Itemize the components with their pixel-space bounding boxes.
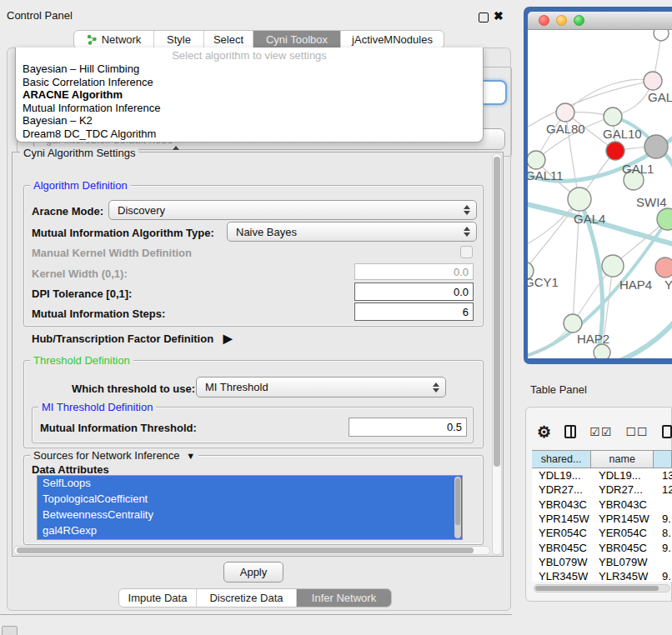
mi-threshold-field[interactable]: 0.5 — [349, 418, 467, 437]
algorithm-option[interactable]: Dream8 DC_TDC Algorithm — [16, 128, 483, 141]
table-row[interactable]: YBR043CYBR043C — [532, 498, 672, 512]
attribute-list-scroll-thumb[interactable] — [455, 478, 460, 525]
column-header-partial[interactable] — [654, 451, 672, 468]
algorithm-option[interactable]: Bayesian – K2 — [16, 114, 483, 128]
network-node[interactable] — [568, 188, 591, 211]
network-node[interactable] — [594, 344, 610, 358]
mi-type-label: Mutual Information Algorithm Type: — [32, 227, 214, 239]
mi-type-value: Naive Bayes — [236, 226, 297, 238]
cell: YER054C — [592, 527, 655, 539]
popup-hint: Select algorithm to view settings — [16, 48, 483, 62]
cell: 9. — [655, 542, 672, 554]
document-icon[interactable] — [662, 425, 672, 438]
tab-label: Style — [167, 33, 191, 46]
tab-impute-data[interactable]: Impute Data — [119, 589, 197, 607]
close-icon[interactable]: ✖ — [494, 9, 504, 22]
cell: YBR045C — [592, 542, 655, 554]
combo-arrows-icon — [464, 205, 470, 215]
aracne-mode-combo[interactable]: Discovery — [108, 200, 477, 220]
network-node-selected[interactable] — [606, 142, 624, 160]
node-label: GAL11 — [528, 168, 564, 182]
table-row[interactable]: YDR27...YDR27...12 — [532, 482, 672, 497]
network-node[interactable] — [655, 258, 672, 278]
table-row[interactable]: YDL19...YDL19...13 — [532, 468, 672, 482]
network-node[interactable] — [654, 30, 669, 41]
sources-group-title[interactable]: Sources for Network Inference ▼ — [30, 449, 198, 462]
tab-discretize-data[interactable]: Discretize Data — [197, 589, 297, 607]
dpi-tolerance-field[interactable]: 0.0 — [354, 282, 474, 301]
algorithm-option[interactable]: Bayesian – Hill Climbing — [16, 62, 483, 76]
tab-jactivemnodules[interactable]: jActiveMNodules — [341, 31, 444, 48]
manual-kernel-checkbox[interactable] — [460, 246, 473, 258]
dpi-tolerance-value: 0.0 — [454, 286, 469, 298]
tab-infer-network[interactable]: Infer Network — [297, 589, 391, 607]
settings-hscroll-thumb[interactable] — [17, 548, 474, 553]
tab-cyni-toolbox[interactable]: Cyni Toolbox — [253, 31, 341, 48]
network-node[interactable] — [556, 103, 574, 122]
data-attributes-list[interactable]: SelfLoops TopologicalCoefficient Between… — [37, 475, 463, 540]
mi-steps-value: 6 — [463, 306, 469, 318]
network-node[interactable] — [644, 135, 668, 158]
zoom-traffic-light-icon[interactable] — [574, 15, 584, 26]
table-hscroll-thumb[interactable] — [535, 586, 659, 591]
tab-style[interactable]: Style — [154, 31, 204, 48]
tab-label: Infer Network — [312, 592, 376, 604]
columns-icon[interactable] — [564, 425, 576, 438]
network-canvas[interactable]: GAL GAL80 GAL10 GAL1 GAL11 SWI4 GAL4 GCY… — [528, 30, 672, 358]
corner-button[interactable] — [2, 626, 18, 635]
network-node[interactable] — [604, 108, 622, 126]
network-node[interactable] — [528, 151, 545, 169]
table-row[interactable]: YER054CYER054C8. — [532, 526, 672, 540]
algorithm-option-selected[interactable]: ARACNE Algorithm — [16, 88, 483, 102]
minimize-traffic-light-icon[interactable] — [556, 15, 567, 26]
table-row[interactable]: YBR045CYBR045C9. — [532, 540, 672, 554]
tab-label: jActiveMNodules — [352, 33, 433, 46]
table-panel-title: Table Panel — [530, 383, 587, 396]
apply-button[interactable]: Apply — [223, 562, 283, 582]
network-node[interactable] — [564, 314, 582, 332]
mi-steps-field[interactable]: 6 — [354, 302, 474, 321]
node-label: GAL80 — [546, 122, 585, 136]
tab-label: Select — [213, 33, 243, 46]
tab-label: Cyni Toolbox — [266, 33, 328, 46]
node-table[interactable]: shared... name YDL19...YDL19...13 YDR27.… — [532, 450, 672, 582]
table-row[interactable]: YLR345WYLR345W9. — [532, 569, 672, 582]
mi-type-combo[interactable]: Naive Bayes — [227, 222, 477, 242]
panel-divider — [0, 614, 512, 615]
attribute-item[interactable]: SelfLoops — [38, 476, 462, 492]
cell: YDL19... — [592, 469, 655, 482]
which-threshold-combo[interactable]: MI Threshold — [196, 377, 446, 398]
kernel-width-value: 0.0 — [454, 266, 469, 278]
cyni-bottom-tabbar: Impute Data Discretize Data Infer Networ… — [118, 588, 392, 608]
kernel-width-field[interactable]: 0.0 — [354, 263, 474, 280]
column-header-shared-name[interactable]: shared... — [532, 451, 591, 468]
manual-kernel-label: Manual Kernel Width Definition — [32, 247, 192, 259]
tab-network[interactable]: Network — [74, 31, 154, 48]
gear-icon[interactable]: ⚙ — [537, 424, 551, 440]
checked-pair-icon[interactable]: ☑☑ — [589, 425, 612, 438]
cell: YDL19... — [532, 469, 592, 482]
unchecked-pair-icon[interactable]: ☐☐ — [625, 425, 648, 438]
close-traffic-light-icon[interactable] — [539, 15, 549, 26]
attribute-item[interactable]: BetweennessCentrality — [38, 508, 462, 523]
settings-vscroll-thumb[interactable] — [494, 157, 500, 467]
float-window-icon[interactable] — [479, 12, 489, 22]
network-node[interactable] — [602, 255, 624, 277]
tab-label: Impute Data — [128, 592, 188, 604]
cell: YDR27... — [532, 483, 592, 496]
table-panel-toolbar: ⚙ ☑☑ ☐☐ — [537, 420, 672, 443]
algorithm-option[interactable]: Basic Correlation Inference — [16, 76, 483, 89]
table-row[interactable]: YBL079WYBL079W — [532, 555, 672, 569]
column-header-name[interactable]: name — [591, 451, 654, 468]
table-row[interactable]: YPR145WYPR145W9. — [532, 512, 672, 526]
network-node[interactable] — [644, 72, 662, 90]
cell: YBR043C — [592, 498, 655, 511]
algorithm-option[interactable]: Mutual Information Inference — [16, 102, 483, 115]
hub-definition-expander[interactable]: Hub/Transcription Factor Definition ▶ — [32, 332, 233, 345]
tab-select[interactable]: Select — [204, 31, 253, 48]
network-window-titlebar[interactable] — [528, 12, 672, 30]
attribute-item[interactable]: gal4RGexp — [38, 523, 462, 539]
attribute-item[interactable]: TopologicalCoefficient — [38, 492, 462, 508]
algorithm-dropdown-popup: Select algorithm to view settings Bayesi… — [15, 48, 484, 142]
algorithm-definition-title: Algorithm Definition — [30, 179, 131, 192]
